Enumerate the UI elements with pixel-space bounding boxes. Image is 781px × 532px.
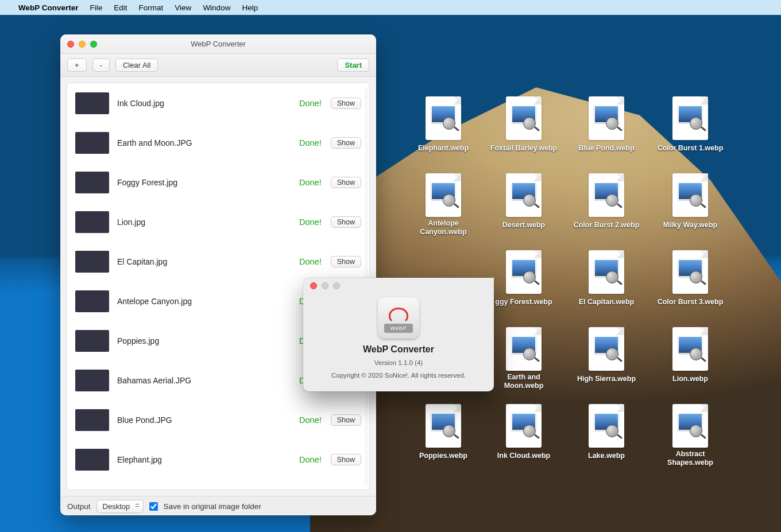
- desktop-file[interactable]: Elephant.webp: [409, 96, 478, 153]
- desktop-file-label: Foxtail Barley.webp: [490, 144, 557, 153]
- about-zoom-button: [333, 282, 340, 289]
- webp-file-icon: [506, 404, 542, 448]
- file-name: Poppies.jpg: [117, 336, 299, 345]
- webp-file-icon: [672, 404, 708, 448]
- help-menu[interactable]: Help: [242, 3, 258, 12]
- file-thumbnail: [75, 370, 109, 391]
- desktop-file[interactable]: El Capitan.webp: [572, 250, 641, 306]
- desktop-file-label: Color Burst 3.webp: [658, 298, 724, 306]
- file-name: Elephant.jpg: [117, 455, 299, 464]
- format-menu[interactable]: Format: [139, 3, 164, 12]
- desktop-file-label: El Capitan.webp: [579, 298, 635, 306]
- about-titlebar[interactable]: [303, 278, 494, 294]
- file-row[interactable]: Elephant.jpgDone!Show: [67, 440, 369, 479]
- desktop-file[interactable]: Abstract Shapes.webp: [656, 404, 725, 467]
- show-button[interactable]: Show: [331, 256, 361, 267]
- show-button[interactable]: Show: [331, 177, 361, 188]
- file-thumbnail: [75, 92, 109, 114]
- file-name: Blue Pond.JPG: [117, 415, 299, 425]
- show-button[interactable]: Show: [331, 137, 361, 149]
- file-row[interactable]: Foggy Forest.jpgDone!Show: [67, 162, 369, 202]
- file-status: Done!: [299, 178, 322, 187]
- webp-file-icon: [589, 173, 624, 217]
- file-name: Foggy Forest.jpg: [117, 178, 299, 187]
- converter-titlebar[interactable]: WebP Converter: [60, 34, 376, 54]
- show-button[interactable]: Show: [331, 414, 361, 426]
- file-thumbnail: [75, 172, 109, 193]
- file-thumbnail: [75, 330, 109, 352]
- desktop-file[interactable]: Poppies.webp: [409, 404, 478, 460]
- close-button[interactable]: [67, 41, 74, 48]
- save-original-folder-label: Save in original image folder: [164, 502, 261, 511]
- window-menu[interactable]: Window: [203, 3, 230, 12]
- output-label: Output: [67, 502, 91, 511]
- remove-button[interactable]: -: [92, 59, 110, 72]
- start-button[interactable]: Start: [337, 59, 369, 72]
- webp-file-icon: [426, 173, 461, 217]
- desktop-file[interactable]: Lion.webp: [656, 327, 725, 383]
- file-row[interactable]: Ink Cloud.jpgDone!Show: [67, 83, 369, 123]
- desktop-file[interactable]: Blue Pond.webp: [572, 96, 641, 153]
- file-row[interactable]: Earth and Moon.JPGDone!Show: [67, 123, 369, 162]
- about-window: WebP WebP Converter Version 1.1.0 (4) Co…: [303, 278, 494, 391]
- file-name: Bahamas Aerial.JPG: [117, 376, 299, 385]
- clear-all-button[interactable]: Clear All: [115, 59, 158, 72]
- desktop-file-label: Blue Pond.webp: [578, 144, 634, 153]
- desktop-file[interactable]: Color Burst 3.webp: [656, 250, 725, 306]
- file-status: Done!: [299, 455, 322, 464]
- desktop-file-label: Desert.webp: [502, 221, 545, 230]
- file-status: Done!: [299, 415, 322, 425]
- desktop-file[interactable]: ggy Forest.webp: [489, 250, 558, 306]
- about-app-icon: WebP: [378, 297, 419, 339]
- file-row[interactable]: El Capitan.jpgDone!Show: [67, 242, 369, 281]
- add-button[interactable]: +: [67, 59, 87, 72]
- file-name: Ink Cloud.jpg: [117, 99, 299, 108]
- file-thumbnail: [75, 132, 109, 154]
- file-name: Lion.jpg: [117, 218, 299, 227]
- desktop-file-label: Poppies.webp: [419, 452, 467, 460]
- view-menu[interactable]: View: [175, 3, 191, 12]
- desktop-file[interactable]: Ink Cloud.webp: [489, 404, 558, 460]
- file-status: Done!: [299, 218, 322, 227]
- webp-file-icon: [506, 327, 542, 371]
- file-row[interactable]: Blue Pond.JPGDone!Show: [67, 400, 369, 440]
- minimize-button[interactable]: [79, 41, 86, 48]
- zoom-button[interactable]: [90, 41, 97, 48]
- desktop-file[interactable]: Earth and Moon.webp: [489, 327, 558, 390]
- file-row[interactable]: Lion.jpgDone!Show: [67, 202, 369, 242]
- edit-menu[interactable]: Edit: [114, 3, 127, 12]
- webp-file-icon: [672, 327, 708, 371]
- file-thumbnail: [75, 290, 109, 312]
- about-app-name: WebP Converter: [303, 344, 494, 355]
- desktop-file[interactable]: Lake.webp: [572, 404, 641, 460]
- webp-file-icon: [426, 96, 461, 140]
- webp-file-icon: [672, 250, 708, 294]
- file-status: Done!: [299, 99, 322, 108]
- file-status: Done!: [299, 257, 322, 266]
- show-button[interactable]: Show: [331, 216, 361, 228]
- desktop-file-label: Antelope Canyon.webp: [409, 219, 478, 236]
- file-thumbnail: [75, 449, 109, 471]
- desktop-file[interactable]: Desert.webp: [489, 173, 558, 230]
- about-minimize-button: [322, 282, 328, 289]
- desktop-file[interactable]: Color Burst 1.webp: [656, 96, 725, 153]
- desktop-file[interactable]: Antelope Canyon.webp: [409, 173, 478, 236]
- file-thumbnail: [75, 409, 109, 431]
- macos-menubar: WebP Converter File Edit Format View Win…: [0, 0, 781, 15]
- desktop-file[interactable]: Milky Way.webp: [656, 173, 725, 230]
- desktop-file[interactable]: Foxtail Barley.webp: [489, 96, 558, 153]
- file-thumbnail: [75, 251, 109, 273]
- file-menu[interactable]: File: [90, 3, 103, 12]
- show-button[interactable]: Show: [331, 98, 361, 109]
- desktop-file[interactable]: Color Burst 2.webp: [572, 173, 641, 230]
- desktop-file-label: Elephant.webp: [418, 144, 469, 153]
- app-menu[interactable]: WebP Converter: [18, 3, 79, 12]
- webp-file-icon: [672, 96, 708, 140]
- about-close-button[interactable]: [310, 282, 317, 289]
- desktop-file[interactable]: High Sierra.webp: [572, 327, 641, 383]
- file-name: El Capitan.jpg: [117, 257, 299, 266]
- show-button[interactable]: Show: [331, 454, 361, 465]
- output-destination-select[interactable]: Desktop: [96, 500, 144, 513]
- webp-file-icon: [589, 327, 624, 371]
- save-original-folder-checkbox[interactable]: [149, 502, 158, 511]
